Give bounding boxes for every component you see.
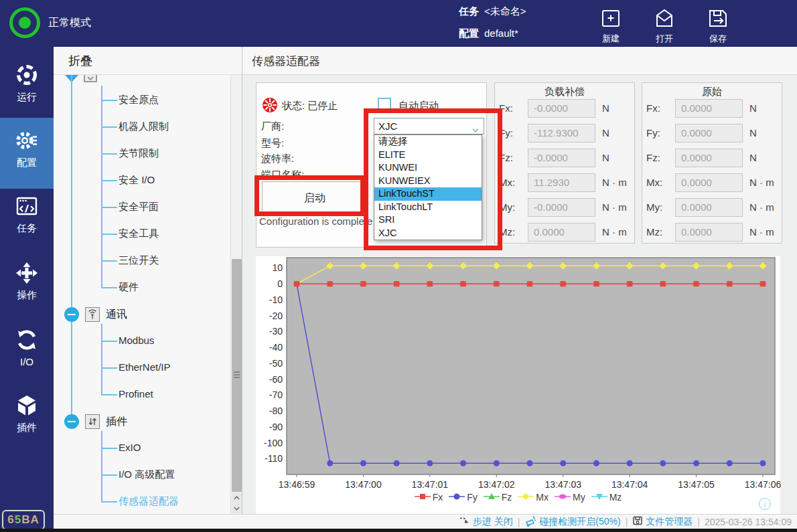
tree-connector [101,100,117,101]
tree-connector [101,234,117,235]
step-mode-item[interactable]: 步进 关闭 [459,516,513,528]
io-icon [0,327,54,356]
sidebar-item-label: 插件 [0,422,54,434]
tree-item-selected[interactable]: 传感器适配器 [119,495,179,508]
load-fy-label: Fy: [499,127,513,139]
vendor-option[interactable]: ELITE [374,149,482,162]
load-compensation-panel: 负载补偿 Fx:-0.0000NFy:-112.9300NFz:-0.0000N… [494,82,635,244]
scroll-down-button[interactable] [232,503,242,513]
unit-label: N · m [602,226,627,238]
tree-connector [101,287,117,288]
legend-label: Mz [609,492,622,503]
topbar-action-new[interactable]: 新建 [589,7,632,45]
legend-item-fy: Fy [449,492,478,503]
legend-label: Fy [467,492,478,503]
legend-label: My [573,492,585,503]
topbar-action-open[interactable]: 打开 [643,7,686,45]
legend-item-fx: Fx [415,492,443,503]
tree-item[interactable]: 机器人限制 [119,120,169,133]
vendor-option[interactable]: SRI [374,213,482,227]
tree-item[interactable]: EtherNet/IP [119,361,171,373]
tree-collapse-toggle[interactable] [64,414,79,429]
tree-scrollbar [230,75,242,514]
tree-connector [71,75,72,422]
vendor-option[interactable]: XJC [374,227,482,240]
tree-collapse-toggle[interactable] [64,307,79,322]
tree-connector [101,474,117,476]
open-icon [643,7,686,32]
tree-item[interactable]: ExIO [119,442,141,453]
tree-item[interactable]: 安全平面 [119,201,159,213]
tree-group-item[interactable]: 通讯 [106,308,127,322]
load-fx-label: Fx: [499,102,513,114]
sidebar-item-task[interactable]: 任务 [0,193,54,236]
tree-item[interactable]: Modbus [119,335,154,346]
unit-label: N [749,152,757,163]
tree-item[interactable]: 三位开关 [119,254,159,267]
info-icon[interactable]: i [759,498,771,510]
move-icon [0,260,54,289]
page-title: 传感器适配器 [252,54,320,69]
svg-text:-80: -80 [269,406,283,416]
unit-label: N · m [749,201,774,213]
tree-connector [101,394,117,395]
tree-group-item[interactable]: 插件 [106,415,127,429]
vendor-option[interactable]: KUNWEIEX [374,175,482,188]
tree-item[interactable]: Profinet [119,388,153,400]
tree-item[interactable]: 关节限制 [119,147,159,160]
svg-text:-100: -100 [264,438,283,448]
autostart-checkbox[interactable] [378,98,391,111]
tree-item[interactable]: 安全原点 [119,94,159,106]
scroll-up-button[interactable] [232,493,242,503]
load-mz-label: Mz: [499,226,515,238]
sidebar-item-run[interactable]: 运行 [0,62,54,104]
tree-item[interactable]: I/O 高级配置 [119,468,175,481]
raw-mz-label: Mz: [646,226,662,238]
run-icon [0,62,54,91]
raw-fx-input: 0.0000 [675,99,743,118]
collapse-label[interactable]: 折叠 [68,53,92,69]
file-manager-item[interactable]: 文件管理器 [632,515,693,528]
config-tree-panel: 折叠 安全原点机器人限制关节限制安全 I/O安全平面安全工具三位开关硬件通讯Mo… [54,47,242,514]
legend-item-my: My [555,492,585,503]
unit-label: N · m [749,177,774,188]
task-icon [0,193,54,222]
vendor-option[interactable]: LinkTouchLT [374,201,482,214]
collision-detection-item[interactable]: 碰撞检测开启(50%) [524,515,620,529]
tree-item[interactable]: 硬件 [119,281,139,294]
legend-item-mz: Mz [591,492,622,503]
vendor-option[interactable]: 请选择 [374,135,482,149]
legend-marker [449,492,465,503]
tree-connector [101,126,117,128]
stopped-status-icon [262,97,278,113]
unit-label: N [749,127,757,139]
tree-item[interactable]: 安全工具 [119,228,159,240]
sidebar-item-label: 配置 [0,157,54,169]
svg-text:-20: -20 [269,311,283,321]
badge-char: A [30,513,39,527]
sidebar-item-io[interactable]: I/O [0,327,54,369]
load-mx-label: Mx: [499,177,515,188]
start-button[interactable]: 启动 [262,181,368,215]
svg-text:0: 0 [277,278,283,289]
svg-text:-40: -40 [269,342,283,353]
scrollbar-thumb[interactable] [232,259,242,492]
tree-item[interactable]: 安全 I/O [119,174,155,187]
vendor-select[interactable]: XJC [374,118,484,135]
topbar-action-save[interactable]: 保存 [697,7,739,45]
raw-my-input: 0.0000 [675,198,743,217]
antenna-icon [85,307,100,322]
sidebar-item-jog[interactable]: 操作 [0,260,54,302]
tree-header: 折叠 [54,47,242,75]
sidebar-item-config[interactable]: 配置 [0,118,54,189]
file-manager-icon [632,515,643,528]
legend-label: Mx [536,492,549,503]
config-value: default* [484,27,518,39]
baud-label: 波特率: [261,153,294,165]
vendor-option[interactable]: KUNWEI [374,161,482,175]
vendor-option[interactable]: LinkTouchST [374,187,482,201]
svg-text:13:47:00: 13:47:00 [345,479,382,490]
mode-indicator-icon [9,7,40,38]
datetime-label: 2025-03-26 13:54:09 [705,517,792,527]
sidebar-item-plugin[interactable]: 插件 [0,392,54,435]
